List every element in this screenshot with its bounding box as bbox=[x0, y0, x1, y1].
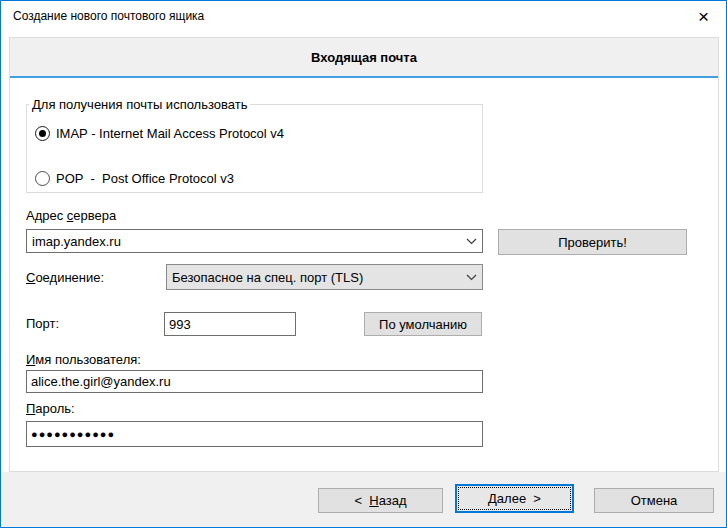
password-label: Пароль: bbox=[26, 401, 75, 416]
chevron-down-icon[interactable] bbox=[460, 274, 482, 281]
connection-dropdown[interactable]: Безопасное на спец. порт (TLS) bbox=[166, 264, 483, 290]
window-title: Создание нового почтового ящика bbox=[13, 1, 204, 32]
default-port-button[interactable]: По умолчанию bbox=[364, 312, 482, 336]
password-input[interactable] bbox=[26, 421, 483, 447]
radio-pop[interactable]: POP - Post Office Protocol v3 bbox=[35, 171, 234, 186]
close-icon: × bbox=[698, 6, 709, 28]
radio-pop-label: POP - Post Office Protocol v3 bbox=[56, 171, 234, 186]
protocol-groupbox-legend: Для получения почты использовать bbox=[29, 97, 250, 112]
next-button[interactable]: Далее > bbox=[455, 484, 574, 513]
port-input[interactable] bbox=[164, 312, 296, 336]
radio-imap-label: IMAP - Internet Mail Access Protocol v4 bbox=[56, 126, 284, 141]
username-input[interactable] bbox=[26, 370, 483, 393]
cancel-button[interactable]: Отмена bbox=[594, 488, 714, 513]
server-address-label: Адрес сервера bbox=[26, 208, 116, 223]
username-label: Имя пользователя: bbox=[26, 352, 141, 367]
radio-imap[interactable]: IMAP - Internet Mail Access Protocol v4 bbox=[35, 126, 284, 141]
chevron-down-icon[interactable] bbox=[460, 238, 482, 245]
server-address-value: imap.yandex.ru bbox=[27, 234, 460, 249]
connection-label: Соединение: bbox=[26, 270, 104, 285]
dialog-window: Создание нового почтового ящика × Входящ… bbox=[0, 0, 727, 528]
port-label: Порт: bbox=[26, 316, 59, 331]
connection-value: Безопасное на спец. порт (TLS) bbox=[167, 270, 460, 285]
check-button[interactable]: Проверить! bbox=[498, 229, 687, 255]
radio-pop-icon[interactable] bbox=[35, 171, 50, 186]
radio-imap-icon[interactable] bbox=[35, 126, 50, 141]
footer-bar: < Назад Далее > Отмена bbox=[1, 472, 726, 527]
protocol-groupbox: Для получения почты использовать IMAP - … bbox=[26, 97, 483, 193]
close-button[interactable]: × bbox=[681, 1, 726, 32]
title-bar[interactable]: Создание нового почтового ящика × bbox=[1, 1, 726, 32]
page-title: Входящая почта bbox=[10, 38, 718, 78]
back-button[interactable]: < Назад bbox=[318, 488, 443, 513]
server-address-combobox[interactable]: imap.yandex.ru bbox=[26, 229, 483, 253]
